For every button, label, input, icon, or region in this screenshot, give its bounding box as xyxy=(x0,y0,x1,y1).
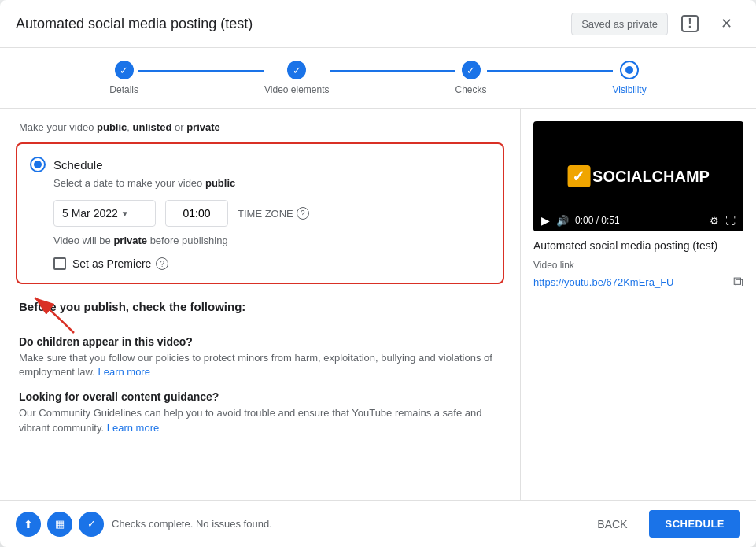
copy-icon: ⧉ xyxy=(733,274,743,290)
visibility-description: Make your video public, unlisted or priv… xyxy=(16,121,504,133)
time-display: 0:00 / 0:51 xyxy=(575,215,703,226)
chevron-down-icon: ▼ xyxy=(121,209,129,218)
date-value: 5 Mar 2022 xyxy=(62,207,118,220)
children-check-item: Do children appear in this video? Make s… xyxy=(19,335,501,379)
close-icon: ✕ xyxy=(721,15,732,32)
content-guidance-desc: Our Community Guidelines can help you to… xyxy=(19,406,501,434)
back-button[interactable]: BACK xyxy=(585,512,640,537)
date-select[interactable]: 5 Mar 2022 ▼ xyxy=(53,200,156,227)
step-label-checks: Checks xyxy=(455,84,487,95)
publish-checklist: Before you publish, check the following:… xyxy=(16,297,504,449)
upload-icon-button[interactable]: ⬆ xyxy=(16,512,41,537)
checkmark-icon: ✓ xyxy=(120,65,128,76)
premiere-help-icon[interactable]: ? xyxy=(156,257,168,270)
children-check-title: Do children appear in this video? xyxy=(19,335,501,348)
video-link-url[interactable]: https://youtu.be/672KmEra_FU xyxy=(533,276,673,288)
info-icon: ! xyxy=(681,15,699,32)
step-checks: ✓ Checks xyxy=(455,61,487,95)
step-connector-2 xyxy=(330,70,455,72)
info-button[interactable]: ! xyxy=(676,9,704,38)
footer-status: Checks complete. No issues found. xyxy=(112,518,585,530)
saved-status-badge: Saved as private xyxy=(571,13,668,35)
video-logo: ✓ SOCIALCHAMP xyxy=(567,165,710,187)
timezone-help-icon[interactable]: ? xyxy=(297,207,309,220)
content-learn-more-link[interactable]: Learn more xyxy=(107,422,159,434)
red-arrow-indicator xyxy=(27,294,90,341)
children-learn-more-link[interactable]: Learn more xyxy=(98,366,149,378)
time-input[interactable] xyxy=(165,200,228,227)
step-label-details: Details xyxy=(109,84,138,95)
schedule-card: Schedule Select a date to make your vide… xyxy=(16,142,504,284)
upload-icon: ⬆ xyxy=(24,518,33,530)
settings-icon[interactable]: ⚙ xyxy=(710,215,719,227)
dialog-title: Automated social media posting (test) xyxy=(16,16,253,32)
check-icon-button[interactable]: ✓ xyxy=(79,512,104,537)
premiere-checkbox[interactable] xyxy=(53,257,66,270)
content-guidance-item: Looking for overall content guidance? Ou… xyxy=(19,390,501,434)
copy-link-button[interactable]: ⧉ xyxy=(733,274,743,290)
step-connector-3 xyxy=(487,70,613,72)
play-button[interactable]: ▶ xyxy=(541,214,550,227)
radio-dot xyxy=(34,161,42,168)
step-label-video-elements: Video elements xyxy=(264,84,330,95)
step-circle-details: ✓ xyxy=(115,61,134,79)
checkmark-icon-2: ✓ xyxy=(293,65,301,76)
check-icon: ✓ xyxy=(87,518,96,530)
step-circle-video-elements: ✓ xyxy=(287,61,306,79)
step-video-elements: ✓ Video elements xyxy=(264,61,330,95)
sidebar-video-title: Automated social media posting (test) xyxy=(533,239,743,252)
volume-button[interactable]: 🔊 xyxy=(556,215,569,227)
schedule-button[interactable]: SCHEDULE xyxy=(649,510,740,538)
checkmark-icon-3: ✓ xyxy=(467,65,475,76)
step-circle-visibility xyxy=(620,61,639,79)
video-thumbnail: ✓ SOCIALCHAMP ▶ 🔊 0:00 / 0:51 ⚙ ⛶ xyxy=(533,121,743,231)
private-before-publishing-note: Video will be private before publishing xyxy=(53,235,490,246)
publish-title: Before you publish, check the following: xyxy=(19,300,501,313)
step-connector-1 xyxy=(138,70,264,72)
video-link-label: Video link xyxy=(533,260,743,271)
content-guidance-title: Looking for overall content guidance? xyxy=(19,390,501,403)
step-details: ✓ Details xyxy=(109,61,138,95)
logo-text: SOCIALCHAMP xyxy=(592,168,710,186)
step-label-visibility: Visibility xyxy=(613,84,647,95)
grid-icon: ▦ xyxy=(55,518,65,530)
video-link-row: https://youtu.be/672KmEra_FU ⧉ xyxy=(533,274,743,290)
step-visibility: Visibility xyxy=(613,61,647,95)
timezone-label: TIME ZONE ? xyxy=(238,207,309,220)
schedule-subtitle: Select a date to make your video public xyxy=(53,177,490,189)
step-circle-checks: ✓ xyxy=(462,61,481,79)
video-controls-bar: ▶ 🔊 0:00 / 0:51 ⚙ ⛶ xyxy=(533,209,743,231)
fullscreen-icon[interactable]: ⛶ xyxy=(725,215,736,227)
children-check-desc: Make sure that you follow our policies t… xyxy=(19,351,501,379)
close-button[interactable]: ✕ xyxy=(712,9,740,38)
schedule-radio[interactable] xyxy=(30,157,46,172)
schedule-title: Schedule xyxy=(53,158,103,172)
grid-icon-button[interactable]: ▦ xyxy=(47,512,72,537)
premiere-label: Set as Premiere ? xyxy=(72,257,168,270)
premiere-row: Set as Premiere ? xyxy=(53,257,490,270)
logo-check: ✓ xyxy=(567,165,590,187)
